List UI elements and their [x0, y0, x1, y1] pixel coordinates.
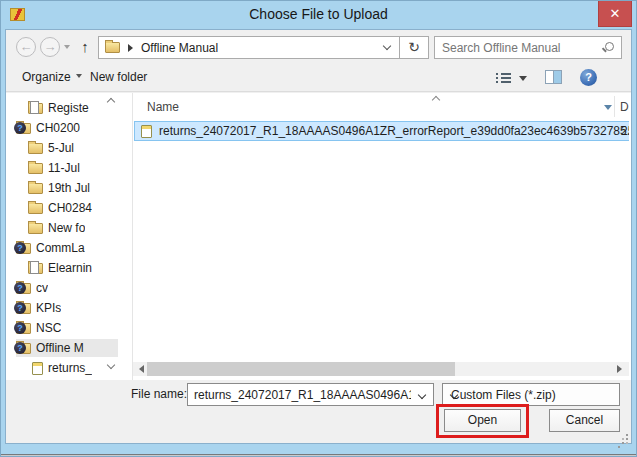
sidebar-item-label: New fo — [48, 221, 85, 235]
dialog-client-area: ← → ↑ Offline Manual ↻ Organize New fold… — [5, 29, 632, 444]
column-header-date[interactable]: Da — [620, 100, 629, 114]
scrollbar-thumb[interactable] — [147, 362, 455, 376]
up-button[interactable]: ↑ — [75, 36, 95, 58]
sidebar-item[interactable]: NSC — [16, 319, 118, 337]
sidebar-item-label: 5-Jul — [48, 141, 74, 155]
file-row-date: 25 — [621, 124, 629, 138]
file-type-value: Custom Files (*.zip) — [451, 388, 556, 402]
breadcrumb[interactable]: Offline Manual — [98, 36, 400, 59]
horizontal-scrollbar[interactable] — [133, 362, 629, 376]
sidebar-item-label: Offline M — [36, 341, 84, 355]
sidebar-item-label: 11-Jul — [48, 161, 80, 175]
sidebar-item-label: 19th Jul — [48, 181, 90, 195]
breadcrumb-dropdown-icon[interactable] — [383, 42, 391, 50]
sidebar-item[interactable]: CH0200 — [16, 119, 118, 137]
resize-grip[interactable] — [618, 430, 628, 440]
file-row-name: returns_24072017_R1_18AAAAS0496A1ZR_erro… — [159, 124, 629, 138]
navigation-bar: ← → ↑ Offline Manual ↻ — [6, 32, 631, 62]
change-view-dropdown-icon[interactable] — [519, 76, 527, 85]
folder-doc-icon — [28, 263, 43, 274]
folder-question-icon — [16, 303, 31, 314]
preview-pane-icon[interactable] — [545, 70, 562, 84]
change-view-icon[interactable] — [496, 72, 511, 83]
sidebar-item-label: CH0200 — [36, 121, 80, 135]
scroll-down-icon[interactable] — [107, 361, 115, 369]
folder-icon — [28, 163, 43, 174]
sidebar-scrollbar[interactable] — [105, 93, 118, 382]
refresh-button[interactable]: ↻ — [399, 36, 429, 59]
title-bar: Choose File to Upload ✕ — [1, 1, 636, 29]
sort-ascending-icon — [432, 96, 440, 104]
folder-question-icon — [16, 243, 31, 254]
dialog-body: RegisteCH02005-Jul11-Jul19th JulCH0284Ne… — [6, 93, 631, 382]
search-box — [434, 36, 622, 59]
window-bottom-shadow — [1, 455, 636, 456]
sidebar-item-label: Registe — [48, 101, 89, 115]
sidebar-item-label: KPIs — [36, 301, 61, 315]
folder-question-icon — [16, 123, 31, 134]
organize-dropdown-icon — [76, 74, 82, 81]
sidebar-tree: RegisteCH02005-Jul11-Jul19th JulCH0284Ne… — [6, 93, 118, 382]
sidebar-item[interactable]: Offline M — [16, 339, 118, 357]
column-header-name[interactable]: Name — [147, 100, 179, 114]
breadcrumb-separator-icon — [128, 44, 137, 52]
sidebar-item-label: NSC — [36, 321, 61, 335]
folder-icon — [105, 42, 120, 53]
folder-icon — [28, 183, 43, 194]
folder-icon — [28, 203, 43, 214]
dialog-footer: File name: Custom Files (*.zip) Open Can… — [6, 380, 631, 443]
file-name-input[interactable] — [188, 384, 433, 405]
cancel-button[interactable]: Cancel — [549, 409, 620, 432]
help-icon[interactable]: ? — [580, 69, 597, 86]
sidebar-item[interactable]: CommLa — [16, 239, 118, 257]
back-button[interactable]: ← — [16, 37, 36, 57]
sidebar-item-label: returns_ — [48, 361, 92, 375]
open-button[interactable]: Open — [444, 409, 521, 432]
window-title: Choose File to Upload — [1, 6, 636, 22]
new-folder-button[interactable]: New folder — [90, 70, 147, 84]
folder-icon — [28, 143, 43, 154]
list-header: Name Da — [133, 96, 629, 117]
sidebar-item-label: CH0284 — [48, 201, 92, 215]
file-name-combobox — [187, 383, 434, 406]
folder-icon — [28, 223, 43, 234]
organize-menu[interactable]: Organize — [22, 70, 82, 84]
folder-question-icon — [16, 283, 31, 294]
sidebar-item-label: CommLa — [36, 241, 85, 255]
file-type-select[interactable]: Custom Files (*.zip) — [442, 383, 620, 406]
file-name-label: File name: — [131, 387, 187, 401]
scroll-up-icon[interactable] — [107, 98, 115, 106]
scroll-right-icon[interactable] — [617, 365, 626, 373]
sidebar-item[interactable]: KPIs — [16, 299, 118, 317]
scroll-left-icon[interactable] — [135, 365, 144, 373]
close-button[interactable]: ✕ — [598, 1, 632, 27]
command-toolbar: Organize New folder ? — [6, 62, 631, 92]
breadcrumb-location: Offline Manual — [141, 41, 384, 55]
forward-button[interactable]: → — [40, 37, 60, 57]
column-filter-icon[interactable] — [604, 105, 612, 114]
search-input[interactable] — [435, 37, 621, 58]
column-divider[interactable] — [614, 96, 615, 117]
sidebar-item-label: cv — [36, 281, 48, 295]
folder-doc-icon — [28, 103, 43, 114]
folder-question-icon — [16, 323, 31, 334]
folder-question-icon — [16, 343, 31, 354]
file-row[interactable]: returns_24072017_R1_18AAAAS0496A1ZR_erro… — [134, 121, 629, 141]
file-dialog-window: Choose File to Upload ✕ ← → ↑ Offline Ma… — [0, 0, 637, 457]
file-list-panel: Name Da returns_24072017_R1_18AAAAS0496A… — [132, 93, 629, 382]
sidebar-item[interactable]: cv — [16, 279, 118, 297]
zip-file-icon — [141, 125, 152, 138]
recent-locations-chevron-icon[interactable] — [64, 45, 70, 52]
file-icon — [32, 362, 43, 375]
sidebar-item-label: Elearnin — [48, 261, 92, 275]
search-icon[interactable] — [605, 42, 614, 51]
